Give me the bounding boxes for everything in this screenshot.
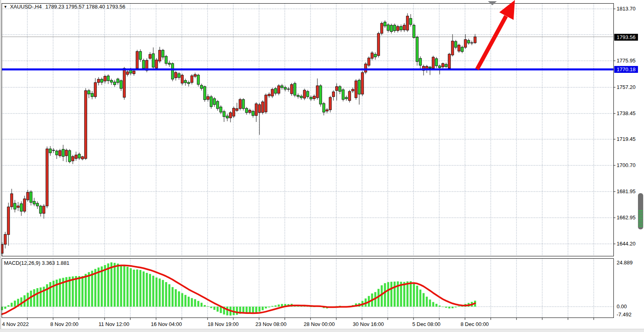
macd-histogram-bar	[14, 301, 16, 307]
mt4-chart-window: ▼XAUUSD-,H41789.23 1795.57 1788.40 1793.…	[0, 0, 644, 332]
macd-histogram-bar	[149, 274, 151, 307]
macd-histogram-bar	[46, 284, 48, 307]
candle-down	[242, 99, 245, 109]
candle-up	[442, 64, 444, 67]
candle-up	[271, 89, 274, 96]
macd-histogram-bar	[88, 272, 90, 307]
macd-histogram-bar	[426, 297, 428, 307]
macd-histogram-bar	[436, 304, 438, 307]
candle-down	[223, 111, 225, 117]
candle-up	[474, 37, 476, 43]
macd-histogram-bar	[420, 290, 422, 307]
time-axis-label: 28 Nov 00:00	[304, 321, 335, 327]
candle-up	[194, 74, 196, 76]
candle-down	[307, 91, 309, 97]
candle-down	[297, 95, 299, 97]
candle-down	[294, 83, 296, 95]
macd-histogram-bar	[33, 289, 35, 307]
candle-up	[316, 86, 319, 98]
candle-up	[451, 41, 454, 55]
macd-histogram-bar	[181, 293, 183, 307]
candle-down	[384, 22, 386, 26]
candle-down	[78, 154, 80, 158]
candle-up	[268, 94, 270, 96]
time-axis-label: 8 Dec 00:00	[461, 321, 489, 327]
candle-up	[7, 207, 10, 235]
candle-down	[30, 192, 32, 202]
candle-up	[361, 72, 364, 94]
candle-up	[448, 54, 451, 68]
macd-histogram-bar	[413, 283, 415, 307]
ohlc-values-label: 1789.23 1795.57 1788.40 1793.56	[45, 4, 126, 10]
macd-histogram-bar	[214, 307, 216, 310]
candle-down	[419, 58, 422, 65]
macd-pane-border	[2, 259, 614, 318]
candle-down	[152, 54, 154, 67]
candle-down	[455, 41, 457, 47]
macd-histogram-bar	[275, 305, 277, 307]
macd-histogram-bar	[140, 270, 142, 307]
horizontal-level-line[interactable]	[2, 68, 614, 70]
candle-down	[416, 37, 418, 62]
macd-histogram-bar	[207, 306, 209, 307]
macd-histogram-bar	[452, 307, 454, 308]
scrollbar-thumb[interactable]	[638, 193, 643, 229]
candle-up	[249, 110, 251, 113]
macd-histogram-bar	[156, 278, 158, 307]
candle-up	[313, 96, 315, 99]
macd-histogram-bar	[95, 269, 97, 307]
macd-histogram-bar	[120, 265, 122, 307]
candle-up	[258, 105, 261, 113]
candle-up	[27, 192, 29, 200]
macd-histogram-bar	[429, 299, 431, 307]
macd-axis-label: -7.492	[617, 311, 632, 318]
candle-up	[236, 109, 238, 111]
candle-up	[232, 108, 235, 116]
macd-histogram-bar	[143, 271, 145, 307]
candle-down	[14, 203, 16, 209]
candle-down	[171, 64, 174, 79]
price-axis-label: 1813.70	[617, 6, 636, 12]
macd-histogram-bar	[98, 268, 100, 307]
candle-up	[84, 91, 87, 159]
candle-up	[65, 150, 68, 156]
candle-down	[345, 97, 348, 99]
macd-histogram-bar	[133, 270, 135, 307]
candle-down	[226, 116, 228, 118]
macd-histogram-bar	[107, 264, 109, 307]
price-axis-label: 1662.95	[617, 214, 636, 221]
candle-down	[387, 25, 389, 31]
candle-down	[117, 79, 119, 82]
candle-up	[136, 52, 138, 68]
candle-down	[101, 79, 103, 82]
candle-down	[358, 80, 360, 94]
candle-down	[113, 82, 116, 85]
macd-histogram-bar	[416, 286, 418, 307]
candle-down	[210, 97, 212, 107]
candle-up	[381, 23, 383, 33]
macd-histogram-bar	[159, 278, 161, 307]
candle-down	[281, 86, 283, 88]
candle-up	[329, 97, 331, 110]
candle-up	[371, 53, 373, 58]
candle-down	[33, 201, 35, 204]
macd-histogram-bar	[394, 282, 396, 307]
trend-arrow-shaft[interactable]	[477, 16, 506, 69]
candle-down	[187, 82, 190, 84]
candle-down	[142, 60, 145, 68]
time-axis-label: 30 Nov 16:00	[353, 321, 384, 327]
candle-down	[197, 75, 200, 84]
macd-histogram-bar	[82, 276, 84, 307]
candle-up	[278, 86, 280, 93]
chart-canvas[interactable]	[0, 0, 644, 332]
macd-histogram-bar	[85, 274, 87, 307]
candle-up	[72, 157, 74, 161]
candle-up	[332, 92, 335, 97]
candle-down	[56, 151, 58, 155]
macd-histogram-bar	[191, 298, 193, 307]
candle-down	[213, 99, 216, 105]
candle-up	[94, 82, 97, 97]
macd-axis-label: 24.889	[617, 260, 633, 266]
candle-up	[265, 95, 267, 112]
candle-down	[274, 89, 277, 93]
